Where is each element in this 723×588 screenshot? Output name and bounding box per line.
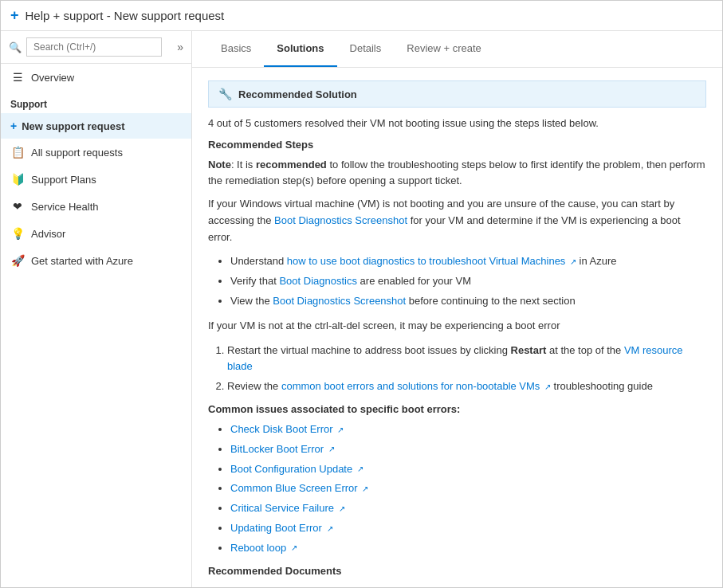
boot-errors-list: Check Disk Boot Error ↗ BitLocker Boot E… — [230, 421, 706, 557]
right-panel: Basics Solutions Details Review + create… — [192, 31, 722, 587]
plus-icon: + — [10, 120, 17, 132]
list-item: Understand how to use boot diagnostics t… — [230, 253, 706, 270]
list-item: Check Disk Boot Error ↗ — [230, 421, 706, 438]
stat-line: 4 out of 5 customers resolved their VM n… — [208, 117, 706, 129]
list-icon: 📋 — [10, 145, 25, 159]
external-link-icon: ↗ — [328, 445, 335, 453]
external-link-icon: ↗ — [413, 586, 419, 587]
external-link-icon: ↗ — [362, 484, 368, 493]
steps-heading: Recommended Steps — [208, 139, 706, 151]
note-block: Note: It is recommended to follow the tr… — [208, 157, 706, 188]
page-title: Help + support - New support request — [26, 9, 225, 22]
reboot-loop-link[interactable]: Reboot loop — [230, 542, 286, 554]
search-icon: 🔍 — [9, 41, 22, 53]
list-item: Verify that Boot Diagnostics are enabled… — [230, 273, 706, 290]
search-box: 🔍 » — [1, 31, 191, 64]
boot-diagnostics-link[interactable]: Boot Diagnostics — [279, 275, 357, 287]
list-item: Review the common boot errors and soluti… — [227, 378, 706, 395]
tab-basics[interactable]: Basics — [208, 31, 264, 67]
boot-diagnostics-screenshot-link-1[interactable]: Boot Diagnostics Screenshot — [274, 214, 407, 226]
list-item: Restart the virtual machine to address b… — [227, 343, 706, 376]
list-item: BitLocker Boot Error ↗ — [230, 441, 706, 458]
sidebar-item-label: Overview — [31, 72, 74, 84]
external-link-icon: ↗ — [544, 382, 551, 391]
recommended-docs-heading: Recommended Documents — [208, 565, 706, 577]
external-link-icon: ↗ — [337, 425, 344, 434]
advisor-icon: 💡 — [10, 226, 25, 241]
list-item: View the Boot Diagnostics Screenshot bef… — [230, 293, 706, 310]
external-link-icon: ↗ — [357, 465, 363, 473]
search-input[interactable] — [26, 37, 162, 57]
list-item: Reboot loop ↗ — [230, 540, 706, 557]
external-link-icon: ↗ — [339, 504, 345, 513]
overview-icon: ☰ — [10, 70, 25, 84]
common-blue-screen-error-link[interactable]: Common Blue Screen Error — [230, 482, 358, 494]
boot-diagnostics-troubleshoot-link[interactable]: how to use boot diagnostics to troublesh… — [287, 255, 566, 267]
list-item: Critical Service Failure ↗ — [230, 500, 706, 517]
wrench-icon: 🔧 — [218, 88, 232, 100]
heart-icon: ❤ — [10, 199, 25, 214]
boot-configuration-update-link[interactable]: Boot Configuration Update — [230, 463, 352, 475]
list-item: Common Blue Screen Error ↗ — [230, 480, 706, 497]
sidebar-item-service-health[interactable]: ❤ Service Health — [1, 193, 191, 220]
sidebar-item-support-plans[interactable]: 🔰 Support Plans — [1, 166, 191, 193]
collapse-icon[interactable]: » — [177, 41, 183, 53]
para1: If your Windows virtual machine (VM) is … — [208, 196, 706, 245]
rdp-troubleshooting-guide-link[interactable]: Review the RDP troubleshooting guide — [230, 585, 408, 587]
check-disk-boot-error-link[interactable]: Check Disk Boot Error — [230, 423, 333, 435]
boot-diagnostics-screenshot-link-2[interactable]: Boot Diagnostics Screenshot — [273, 295, 406, 307]
updating-boot-error-link[interactable]: Updating Boot Error — [230, 522, 322, 534]
sidebar-item-label: Advisor — [31, 228, 65, 240]
external-link-icon: ↗ — [291, 543, 297, 552]
sidebar-item-label: Get started with Azure — [31, 255, 133, 267]
sidebar: 🔍 » ☰ Overview Support + New support req… — [1, 31, 192, 587]
rocket-icon: 🚀 — [10, 253, 25, 268]
recommended-solution-box: 🔧 Recommended Solution — [208, 80, 706, 108]
support-section-label: Support — [1, 91, 191, 113]
sidebar-item-label: Service Health — [31, 201, 99, 213]
sidebar-item-get-started[interactable]: 🚀 Get started with Azure — [1, 247, 191, 274]
list-item: Review the RDP troubleshooting guide ↗ — [230, 583, 706, 587]
bitlocker-boot-error-link[interactable]: BitLocker Boot Error — [230, 443, 324, 455]
para2: If your VM is not at the ctrl-alt-del sc… — [208, 318, 706, 335]
sidebar-item-advisor[interactable]: 💡 Advisor — [1, 220, 191, 247]
sidebar-item-label: New support request — [22, 120, 124, 132]
list-item: Boot Configuration Update ↗ — [230, 461, 706, 478]
content-area: 🔧 Recommended Solution 4 out of 5 custom… — [192, 68, 722, 587]
tab-solutions[interactable]: Solutions — [264, 31, 336, 67]
critical-service-failure-link[interactable]: Critical Service Failure — [230, 502, 334, 514]
sidebar-item-label: All support requests — [31, 147, 123, 159]
app-icon: + — [10, 7, 19, 24]
tab-review-create[interactable]: Review + create — [394, 31, 494, 67]
recommended-solution-title: Recommended Solution — [238, 88, 357, 100]
shield-icon: 🔰 — [10, 172, 25, 186]
sidebar-item-label: Support Plans — [31, 174, 96, 186]
numbered-list-1: Restart the virtual machine to address b… — [227, 343, 706, 395]
solution-content: 4 out of 5 customers resolved their VM n… — [192, 108, 722, 587]
sidebar-item-new-support-request[interactable]: + New support request — [1, 113, 191, 139]
list-item: Updating Boot Error ↗ — [230, 520, 706, 537]
wizard-tabs: Basics Solutions Details Review + create — [192, 31, 722, 68]
recommended-solution-header: 🔧 Recommended Solution — [209, 81, 705, 107]
bullets-list-1: Understand how to use boot diagnostics t… — [230, 253, 706, 309]
tab-details[interactable]: Details — [337, 31, 395, 67]
docs-list: Review the RDP troubleshooting guide ↗ A… — [230, 583, 706, 587]
external-link-icon: ↗ — [327, 524, 333, 533]
sidebar-nav: ☰ Overview Support + New support request… — [1, 64, 191, 587]
common-issues-heading: Common issues associated to specific boo… — [208, 403, 706, 415]
external-link-icon: ↗ — [570, 257, 576, 266]
common-boot-errors-link[interactable]: common boot errors and solutions for non… — [281, 380, 540, 392]
sidebar-item-overview[interactable]: ☰ Overview — [1, 64, 191, 91]
vm-resource-blade-link[interactable]: VM resource blade — [227, 344, 683, 373]
sidebar-item-all-support-requests[interactable]: 📋 All support requests — [1, 139, 191, 166]
